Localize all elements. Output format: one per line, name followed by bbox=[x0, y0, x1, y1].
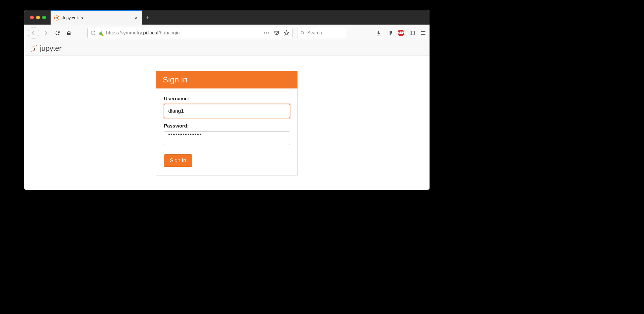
search-placeholder: Search bbox=[307, 30, 322, 36]
tab-strip: PI JupyterHub × + bbox=[24, 10, 430, 25]
svg-line-14 bbox=[303, 34, 304, 34]
library-icon[interactable] bbox=[387, 30, 393, 36]
password-label: Password: bbox=[164, 123, 290, 129]
url-prefix: https://symmetry bbox=[106, 30, 142, 36]
url-text: https://symmetry.pi.local/hub/login bbox=[106, 30, 262, 36]
svg-rect-8 bbox=[102, 35, 103, 36]
svg-text:PI: PI bbox=[55, 16, 58, 19]
url-host: .pi.local bbox=[142, 30, 158, 36]
security-warning-icon[interactable] bbox=[98, 30, 104, 36]
new-tab-button[interactable]: + bbox=[142, 10, 153, 25]
tab-close-button[interactable]: × bbox=[134, 15, 138, 21]
home-button[interactable] bbox=[64, 28, 74, 38]
page-actions-icon[interactable] bbox=[264, 32, 270, 34]
login-panel: Sign in Username: Password: ••••••••••••… bbox=[156, 71, 298, 176]
adblock-icon[interactable]: ABP bbox=[398, 30, 404, 36]
page-content: PI jupyter Sign in Username: Password: •… bbox=[24, 41, 430, 190]
browser-window: PI JupyterHub × + https://s bbox=[24, 10, 430, 190]
back-button[interactable] bbox=[28, 27, 39, 39]
tab-title: JupyterHub bbox=[62, 16, 131, 20]
browser-toolbar: https://symmetry.pi.local/hub/login Sear… bbox=[24, 25, 430, 41]
svg-point-9 bbox=[264, 32, 265, 34]
svg-rect-7 bbox=[102, 34, 103, 35]
sign-in-button[interactable]: Sign In bbox=[164, 154, 192, 167]
window-controls bbox=[24, 10, 51, 25]
close-window-button[interactable] bbox=[30, 16, 34, 19]
username-input[interactable] bbox=[164, 104, 290, 118]
svg-marker-12 bbox=[284, 30, 289, 35]
url-path: /hub/login bbox=[158, 30, 180, 36]
toolbar-extensions: ABP bbox=[376, 30, 426, 36]
password-input[interactable]: •••••••••••••• bbox=[164, 131, 290, 145]
address-bar[interactable]: https://symmetry.pi.local/hub/login bbox=[87, 28, 293, 38]
search-icon bbox=[300, 31, 305, 35]
bookmark-star-icon[interactable] bbox=[284, 30, 289, 36]
login-form: Username: Password: •••••••••••••• Sign … bbox=[156, 88, 297, 176]
jupyter-navbar: PI jupyter bbox=[24, 41, 430, 56]
svg-point-10 bbox=[266, 32, 267, 34]
search-bar[interactable]: Search bbox=[297, 28, 346, 38]
svg-rect-5 bbox=[99, 32, 102, 35]
svg-point-13 bbox=[301, 31, 304, 34]
svg-point-27 bbox=[31, 51, 32, 52]
username-label: Username: bbox=[164, 96, 290, 102]
sidebar-toggle-icon[interactable] bbox=[409, 30, 415, 36]
svg-line-19 bbox=[391, 31, 392, 35]
downloads-icon[interactable] bbox=[376, 30, 382, 36]
jupyter-logo-icon: PI bbox=[29, 44, 38, 53]
jupyter-logo-text: jupyter bbox=[40, 44, 62, 53]
svg-point-11 bbox=[268, 32, 269, 34]
site-info-icon[interactable] bbox=[90, 30, 96, 36]
pocket-icon[interactable] bbox=[274, 30, 280, 36]
login-heading: Sign in bbox=[156, 71, 297, 88]
svg-point-26 bbox=[36, 45, 37, 46]
svg-rect-20 bbox=[410, 31, 414, 35]
reload-button[interactable] bbox=[53, 28, 62, 38]
jupyter-logo[interactable]: PI jupyter bbox=[29, 44, 62, 53]
svg-point-28 bbox=[31, 45, 31, 46]
browser-tab[interactable]: PI JupyterHub × bbox=[51, 10, 142, 25]
svg-text:PI: PI bbox=[33, 47, 35, 50]
menu-icon[interactable] bbox=[420, 30, 426, 36]
forward-button[interactable] bbox=[41, 28, 51, 38]
tab-favicon: PI bbox=[54, 15, 59, 21]
maximize-window-button[interactable] bbox=[42, 16, 46, 19]
minimize-window-button[interactable] bbox=[36, 16, 40, 19]
